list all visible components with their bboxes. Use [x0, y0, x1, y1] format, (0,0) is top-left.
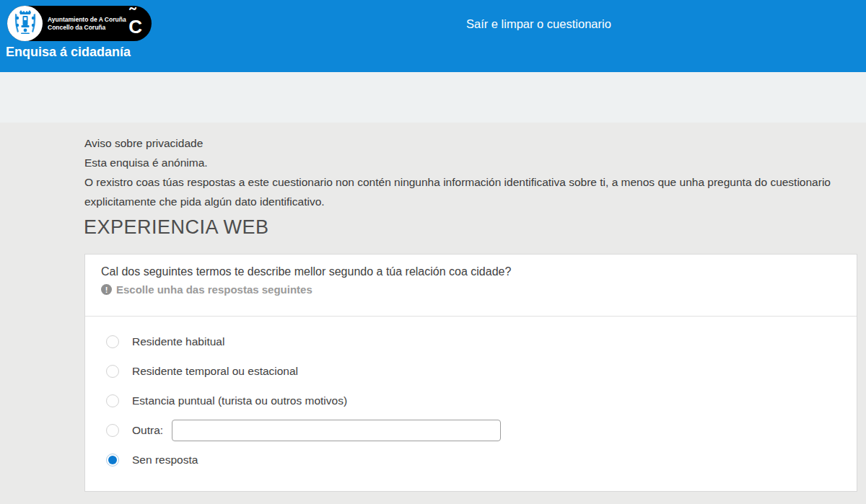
radio-button[interactable]: [106, 335, 119, 348]
question-header: Cal dos seguintes termos te describe mel…: [85, 255, 857, 317]
privacy-notice: Aviso sobre privacidade Esta enquisa é a…: [84, 133, 849, 211]
answer-option-residente-habitual[interactable]: Residente habitual: [101, 327, 841, 356]
answer-list: Residente habitual Residente temporal ou…: [85, 317, 857, 474]
coat-of-arms-icon: [12, 9, 38, 38]
question-box: Cal dos seguintes termos te describe mel…: [84, 254, 857, 492]
survey-title: Enquisa á cidadanía: [6, 45, 131, 60]
language-bar: Idioma Galego: [0, 72, 866, 123]
coat-of-arms-circle: [7, 6, 43, 41]
answer-option-estancia-puntual[interactable]: Estancia puntual (turista ou outros moti…: [101, 386, 841, 415]
radio-button[interactable]: [106, 365, 119, 378]
answer-option-residente-temporal[interactable]: Residente temporal ou estacional: [101, 356, 841, 386]
exit-and-clear-link[interactable]: Saír e limpar o cuestionario: [466, 17, 611, 31]
answer-label[interactable]: Sen resposta: [132, 454, 198, 467]
answer-label[interactable]: Estancia puntual (turista ou outros moti…: [132, 394, 347, 407]
radio-button[interactable]: [106, 394, 119, 407]
answer-label[interactable]: Outra:: [132, 424, 163, 437]
info-icon: !: [101, 284, 112, 295]
other-answer-input[interactable]: [172, 420, 501, 441]
header: Ayuntamiento de A Coruña Concello da Cor…: [0, 0, 866, 72]
main-content: Aviso sobre privacidade Esta enquisa é a…: [0, 123, 866, 504]
question-hint: ! Escolle unha das respostas seguintes: [101, 283, 841, 296]
radio-button-selected[interactable]: [106, 454, 119, 467]
answer-option-sen-resposta[interactable]: Sen resposta: [101, 445, 841, 474]
section-title: EXPERIENCIA WEB: [84, 216, 269, 239]
privacy-line1: Aviso sobre privacidade: [84, 133, 849, 153]
coruna-logo: Ayuntamiento de A Coruña Concello da Cor…: [7, 6, 152, 41]
question-text: Cal dos seguintes termos te describe mel…: [101, 265, 841, 278]
answer-label[interactable]: Residente temporal ou estacional: [132, 365, 298, 378]
logo-line1: Ayuntamiento de A Coruña: [48, 16, 126, 24]
radio-button[interactable]: [106, 424, 119, 437]
answer-option-outra[interactable]: Outra:: [101, 415, 841, 445]
c-tilde-logo-icon: ˜C: [128, 12, 142, 36]
logo-text: Ayuntamiento de A Coruña Concello da Cor…: [48, 16, 126, 31]
question-hint-text: Escolle unha das respostas seguintes: [116, 283, 312, 296]
privacy-line3: O rexistro coas túas respostas a este cu…: [84, 172, 849, 211]
logo-line2: Concello da Coruña: [48, 24, 126, 32]
answer-label[interactable]: Residente habitual: [132, 335, 224, 348]
privacy-line2: Esta enquisa é anónima.: [84, 153, 849, 172]
